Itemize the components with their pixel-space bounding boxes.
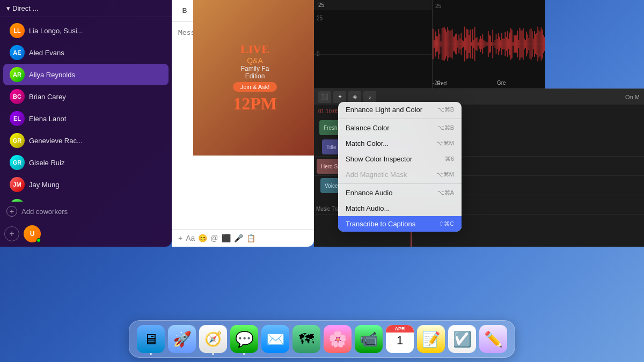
contact-name: Genevieve Rac... [29,137,83,145]
svg-rect-271 [500,40,501,48]
svg-rect-229 [453,36,454,51]
dock-item-safari[interactable]: 🧭 [199,325,227,353]
menu-item-match-audio[interactable]: Match Audio... [338,201,462,216]
dock-item-photos[interactable]: 🌸 [324,325,352,353]
finder-dot [150,353,152,355]
svg-rect-247 [473,40,474,48]
menu-item-match-color[interactable]: Match Color... ⌥⌘M [338,136,462,151]
svg-rect-277 [507,31,508,57]
dock-item-maps[interactable]: 🗺 [292,325,320,353]
menu-item-transcribe-captions[interactable]: Transcribe to Captions ⇧⌘C [338,216,462,232]
toolbar-clip-button[interactable]: ⬛ [318,91,331,103]
apps-button[interactable]: 📋 [246,234,255,242]
svg-rect-282 [513,42,514,46]
toolbar-transform-button[interactable]: ✦ [333,91,346,103]
text-format-button[interactable]: Aa [186,234,195,242]
dock-item-facetime[interactable]: 📹 [355,325,383,353]
svg-rect-274 [503,39,504,49]
emoji-button[interactable]: 😊 [198,234,207,242]
contact-item-2[interactable]: AEAled Evans [3,42,169,63]
toolbar-color-button[interactable]: ◈ [348,91,361,103]
svg-rect-288 [519,28,521,60]
svg-rect-265 [493,42,494,46]
waveform-marker-25: 25 [318,2,324,8]
safari-icon: 🧭 [204,331,222,348]
reminders-icon: ☑️ [453,330,472,348]
menu-item-add-magnetic-mask-label: Add Magnetic Mask [346,171,407,179]
menu-item-balance-color-shortcut: ⌥⌘B [437,124,454,131]
contact-name: Aliya Reynolds [29,71,75,79]
contact-item-3[interactable]: ARAliya Reynolds [3,64,169,85]
calendar-day: 1 [397,334,403,348]
contact-item-5[interactable]: ELElena Lanot [3,108,169,129]
safari-dot [212,353,214,355]
svg-rect-300 [533,39,534,50]
contact-item-8[interactable]: JMJay Mung [3,174,169,195]
contact-item-6[interactable]: GRGenevieve Rac... [3,130,169,151]
svg-rect-258 [486,42,487,47]
svg-rect-249 [475,38,477,50]
dock-item-launchpad[interactable]: 🚀 [168,325,196,353]
svg-rect-268 [497,39,498,49]
contact-item-4[interactable]: BCBrian Carey [3,86,169,107]
dock-item-notes[interactable]: 📝 [417,325,445,353]
avatar: AR [10,67,25,82]
svg-rect-253 [480,36,481,52]
svg-rect-221 [444,27,445,61]
svg-rect-298 [531,28,532,60]
svg-rect-225 [448,30,449,58]
svg-rect-213 [435,32,436,57]
svg-text:25: 25 [435,3,442,9]
toolbar-audio-button[interactable]: ♪ [363,91,376,103]
sidebar-header-title: Direct ... [12,4,38,12]
svg-rect-228 [452,29,453,59]
dock-item-mail[interactable]: ✉️ [261,325,289,353]
menu-item-balance-color[interactable]: Balance Color ⌥⌘B [338,120,462,136]
messages-dot [243,353,245,355]
bold-button[interactable]: B [178,4,191,17]
messages-icon: 💬 [235,330,254,348]
svg-rect-276 [506,37,507,51]
user-avatar[interactable]: U [24,225,41,242]
new-channel-button[interactable]: + [4,226,19,241]
contact-item-9[interactable]: LLLia Longo [3,196,169,202]
svg-rect-308 [542,29,543,58]
svg-rect-306 [540,32,541,57]
mention-button[interactable]: @ [210,234,218,242]
contact-item-1[interactable]: LLLia Longo, Susi... [3,20,169,41]
sidebar: ▾ Direct ... LLLia Longo, Susi...AEAled … [0,0,172,247]
svg-rect-260 [488,31,489,57]
dock-item-finder[interactable]: 🖥 [137,325,165,353]
voice-button[interactable]: 🎤 [234,234,243,242]
mail-icon: ✉️ [266,330,285,348]
svg-rect-266 [495,40,496,48]
add-coworkers-label: Add coworkers [21,208,68,216]
svg-rect-217 [440,34,441,54]
svg-rect-220 [443,27,444,60]
contact-name: Aled Evans [29,49,64,57]
svg-rect-233 [457,40,458,48]
launchpad-icon: 🚀 [173,330,192,348]
dock-item-reminders[interactable]: ☑️ [448,325,476,353]
dock-item-freeform[interactable]: ✏️ [479,325,507,353]
svg-rect-310 [544,37,545,51]
dock-item-messages[interactable]: 💬 [230,325,258,353]
facetime-icon: 📹 [360,330,378,348]
menu-item-show-color-inspector-label: Show Color Inspector [346,155,412,163]
dock-item-calendar[interactable]: APR 1 [386,325,414,353]
add-coworkers-button[interactable]: + Add coworkers [0,202,172,221]
calendar-month: APR [386,325,414,333]
avatar: GR [10,133,25,148]
contact-item-7[interactable]: GRGisele Ruiz [3,152,169,173]
menu-item-enhance-light[interactable]: Enhance Light and Color ⌥⌘B [338,102,462,117]
freeform-icon: ✏️ [484,330,503,348]
svg-rect-231 [455,34,456,54]
svg-rect-302 [535,34,536,54]
attach-button[interactable]: + [178,234,182,242]
menu-item-enhance-audio[interactable]: Enhance Audio ⌥⌘A [338,185,462,201]
gif-button[interactable]: ⬛ [222,234,231,242]
dock: 🖥 🚀 🧭 💬 ✉️ 🗺 🌸 📹 APR 1 [129,320,515,358]
compose-actions: + Aa 😊 @ ⬛ 🎤 📋 [172,229,314,247]
menu-item-show-color-inspector[interactable]: Show Color Inspector ⌘6 [338,151,462,167]
menu-item-add-magnetic-mask-shortcut: ⌥⌘M [436,171,454,178]
